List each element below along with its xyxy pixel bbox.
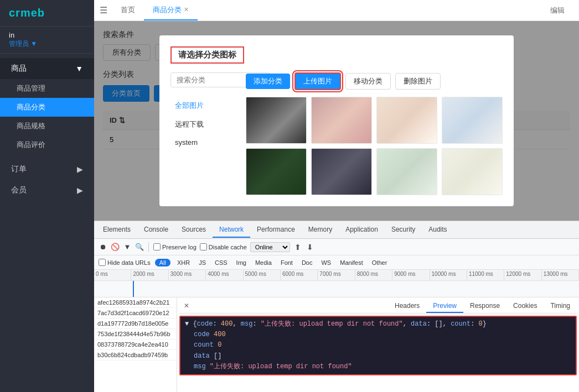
disable-cache-checkbox[interactable] — [200, 243, 207, 250]
search-input-row — [170, 72, 237, 87]
image-cell-1[interactable] — [246, 97, 307, 144]
sidebar-item-product-spec[interactable]: 商品规格 — [0, 117, 94, 135]
devtools-tab-sources[interactable]: Sources — [175, 222, 213, 238]
record-icon[interactable]: ⏺ — [99, 243, 107, 252]
export-icon[interactable]: ⬇ — [306, 243, 314, 252]
image-cell-6[interactable] — [311, 148, 372, 195]
filter-xhr[interactable]: XHR — [175, 259, 192, 266]
filter-font[interactable]: Font — [278, 259, 295, 266]
response-tab-timing[interactable]: Timing — [544, 300, 577, 313]
response-tab-preview[interactable]: Preview — [426, 300, 463, 313]
preserve-log-text: Preserve log — [162, 244, 197, 250]
btn-add-category-modal[interactable]: 添加分类 — [246, 74, 290, 89]
user-info: in 管理员 ▼ — [0, 27, 94, 54]
devtools-tab-security[interactable]: Security — [385, 222, 422, 238]
hamburger-icon[interactable]: ☰ — [100, 5, 107, 15]
sidebar-item-members[interactable]: 会员 ▶ — [0, 180, 94, 201]
devtools-tab-console[interactable]: Console — [137, 222, 175, 238]
import-icon[interactable]: ⬆ — [293, 243, 302, 252]
picker-option-all[interactable]: 全部图片 — [170, 98, 237, 113]
filter-media[interactable]: Media — [253, 259, 274, 266]
filter-all[interactable]: All — [155, 259, 170, 266]
filter-doc[interactable]: Doc — [299, 259, 315, 266]
tab-home[interactable]: 首页 — [112, 1, 144, 20]
image-cell-4[interactable] — [442, 97, 503, 144]
sidebar-section-goods[interactable]: 商品 ▼ — [0, 58, 94, 79]
request-item-1[interactable]: afec12685931a8974c2b21 — [94, 297, 177, 308]
filter-ws[interactable]: WS — [319, 259, 333, 266]
response-tab-response[interactable]: Response — [463, 300, 506, 313]
image-cell-3[interactable] — [376, 97, 437, 144]
tab-category-close[interactable]: ✕ — [184, 6, 189, 13]
picker-option-system[interactable]: system — [170, 136, 237, 149]
tab-category[interactable]: 商品分类 ✕ — [144, 1, 198, 20]
sidebar-goods-arrow: ▼ — [75, 64, 83, 73]
clear-icon[interactable]: 🚫 — [111, 243, 120, 252]
preserve-log-checkbox[interactable] — [153, 243, 161, 250]
devtools-tab-performance[interactable]: Performance — [250, 222, 302, 238]
image-cell-2[interactable] — [311, 97, 372, 144]
request-item-2[interactable]: 7ac7d3d2f1cacd69720e12 — [94, 308, 177, 318]
search-icon[interactable]: 🔍 — [135, 243, 144, 252]
devtools-tab-network[interactable]: Network — [213, 222, 250, 238]
hide-data-urls-text: Hide data URLs — [107, 259, 151, 266]
sidebar-item-orders[interactable]: 订单 ▶ — [0, 159, 94, 180]
user-role[interactable]: 管理员 ▼ — [9, 39, 85, 49]
modal-title-text: 请选择分类图标 — [170, 46, 244, 64]
json-line-code: code 400 — [183, 330, 573, 340]
response-tab-cookies[interactable]: Cookies — [506, 300, 544, 313]
filter-other[interactable]: Other — [370, 259, 390, 266]
devtools-tab-audits[interactable]: Audits — [422, 222, 453, 238]
sidebar-goods-label: 商品 — [11, 64, 27, 74]
image-cell-5[interactable] — [246, 148, 307, 195]
request-item-4[interactable]: 753de1f238444d4e57b96b — [94, 329, 177, 339]
picker-option-remote[interactable]: 远程下载 — [170, 117, 237, 132]
preserve-log-label[interactable]: Preserve log — [153, 243, 197, 250]
timeline-area: 0 ms 2000 ms 3000 ms 4000 ms 5000 ms 600… — [94, 270, 579, 297]
sidebar-item-product-mgmt[interactable]: 商品管理 — [0, 79, 94, 98]
sidebar: crmeb in 管理员 ▼ 商品 ▼ 商品管理 商品分类 商品规格 商品评价 … — [0, 0, 94, 392]
tick-9000: 9000 ms — [392, 270, 430, 280]
btn-delete-image[interactable]: 删除图片 — [395, 73, 441, 90]
devtools-tab-elements[interactable]: Elements — [96, 222, 137, 238]
modal-box: 请选择分类图标 全部图片 远程下载 system — [159, 35, 514, 206]
tick-4000: 4000 ms — [206, 270, 243, 280]
hide-data-urls-checkbox[interactable] — [99, 259, 106, 266]
btn-move-category[interactable]: 移动分类 — [345, 73, 391, 90]
response-tab-headers[interactable]: Headers — [388, 300, 426, 313]
separator-1 — [148, 242, 149, 252]
disable-cache-label[interactable]: Disable cache — [200, 243, 247, 250]
main-content: ☰ 首页 商品分类 ✕ 编辑 搜索条件 所有分类 是否显示 — [94, 0, 579, 392]
throttle-select[interactable]: Online Fast 3G Slow 3G Offline — [250, 242, 290, 252]
filter-icon[interactable]: ▼ — [123, 243, 132, 252]
devtools-tab-memory[interactable]: Memory — [302, 222, 339, 238]
filter-css[interactable]: CSS — [213, 259, 230, 266]
json-line-msg: msg "上传失败: upload temp dir not found" — [183, 362, 573, 372]
sidebar-item-product-review[interactable]: 商品评价 — [0, 135, 94, 154]
filter-js[interactable]: JS — [197, 259, 208, 266]
hide-data-urls-label[interactable]: Hide data URLs — [99, 259, 151, 266]
sidebar-item-product-category[interactable]: 商品分类 — [0, 98, 94, 117]
image-grid — [246, 97, 503, 195]
sidebar-members-label: 会员 — [11, 185, 27, 195]
modal-overlay[interactable]: 请选择分类图标 全部图片 远程下载 system — [94, 21, 579, 221]
json-line-data: data [] — [183, 351, 573, 362]
btn-upload-image[interactable]: 上传图片 — [294, 72, 341, 90]
modal-title: 请选择分类图标 — [170, 46, 503, 64]
filter-manifest[interactable]: Manifest — [338, 259, 365, 266]
filter-img[interactable]: Img — [234, 259, 249, 266]
request-item-5[interactable]: 08373788729ca4e2ea410 — [94, 339, 177, 350]
page-area: 搜索条件 所有分类 是否显示 分类列表 分类首页 添加分类 ID — [94, 21, 579, 221]
timeline-ruler: 0 ms 2000 ms 3000 ms 4000 ms 5000 ms 600… — [94, 270, 579, 281]
image-picker-left: 全部图片 远程下载 system — [170, 72, 237, 195]
image-cell-7[interactable] — [376, 148, 437, 195]
response-close-icon[interactable]: ✕ — [179, 300, 194, 313]
devtools-tab-application[interactable]: Application — [339, 222, 385, 238]
request-item-6[interactable]: b30c6b824cdbadb97459b — [94, 350, 177, 360]
timeline-bar — [94, 281, 579, 297]
logo-area: crmeb — [0, 0, 94, 27]
tick-8000: 8000 ms — [355, 270, 392, 280]
tick-6000: 6000 ms — [281, 270, 318, 280]
image-cell-8[interactable] — [442, 148, 503, 195]
request-item-3[interactable]: d1a197772d9b7d18e005e — [94, 318, 177, 329]
